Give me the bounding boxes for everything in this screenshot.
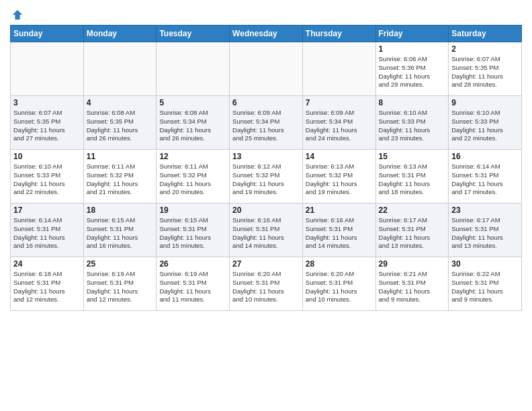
day-info: Sunrise: 6:16 AM Sunset: 5:31 PM Dayligh… — [232, 216, 300, 250]
calendar-table: SundayMondayTuesdayWednesdayThursdayFrid… — [10, 25, 522, 311]
day-info: Sunrise: 6:09 AM Sunset: 5:34 PM Dayligh… — [306, 109, 373, 143]
column-header-sunday: Sunday — [11, 26, 84, 42]
calendar-day-cell — [157, 42, 230, 96]
day-info: Sunrise: 6:19 AM Sunset: 5:31 PM Dayligh… — [87, 270, 154, 304]
calendar-day-cell: 22Sunrise: 6:17 AM Sunset: 5:31 PM Dayli… — [375, 203, 449, 257]
day-number: 8 — [379, 98, 446, 107]
day-info: Sunrise: 6:10 AM Sunset: 5:33 PM Dayligh… — [379, 109, 446, 143]
calendar-day-cell — [11, 42, 84, 96]
day-number: 15 — [379, 152, 446, 161]
calendar-week-row: 17Sunrise: 6:14 AM Sunset: 5:31 PM Dayli… — [11, 203, 522, 257]
calendar-day-cell: 14Sunrise: 6:13 AM Sunset: 5:32 PM Dayli… — [302, 150, 375, 203]
calendar-day-cell: 16Sunrise: 6:14 AM Sunset: 5:31 PM Dayli… — [449, 150, 522, 203]
day-info: Sunrise: 6:06 AM Sunset: 5:36 PM Dayligh… — [379, 55, 446, 89]
calendar-week-row: 3Sunrise: 6:07 AM Sunset: 5:35 PM Daylig… — [11, 96, 522, 150]
column-header-thursday: Thursday — [302, 26, 375, 42]
calendar-day-cell: 1Sunrise: 6:06 AM Sunset: 5:36 PM Daylig… — [375, 42, 449, 96]
day-number: 3 — [13, 98, 81, 107]
day-info: Sunrise: 6:17 AM Sunset: 5:31 PM Dayligh… — [451, 216, 519, 250]
day-info: Sunrise: 6:07 AM Sunset: 5:35 PM Dayligh… — [451, 55, 519, 89]
day-info: Sunrise: 6:13 AM Sunset: 5:31 PM Dayligh… — [379, 163, 446, 197]
calendar-day-cell: 6Sunrise: 6:09 AM Sunset: 5:34 PM Daylig… — [230, 96, 303, 150]
day-info: Sunrise: 6:14 AM Sunset: 5:31 PM Dayligh… — [451, 163, 519, 197]
day-number: 18 — [87, 205, 154, 215]
day-number: 10 — [13, 152, 81, 161]
column-header-monday: Monday — [83, 26, 157, 42]
day-number: 13 — [232, 152, 300, 161]
day-number: 26 — [159, 259, 226, 269]
column-header-friday: Friday — [375, 26, 449, 42]
day-info: Sunrise: 6:22 AM Sunset: 5:31 PM Dayligh… — [451, 270, 519, 304]
day-number: 28 — [306, 259, 373, 269]
day-info: Sunrise: 6:15 AM Sunset: 5:31 PM Dayligh… — [159, 216, 226, 250]
calendar-day-cell: 7Sunrise: 6:09 AM Sunset: 5:34 PM Daylig… — [302, 96, 375, 150]
calendar-day-cell: 20Sunrise: 6:16 AM Sunset: 5:31 PM Dayli… — [230, 203, 303, 257]
calendar-day-cell — [302, 42, 375, 96]
calendar-day-cell: 29Sunrise: 6:21 AM Sunset: 5:31 PM Dayli… — [375, 257, 449, 311]
calendar-day-cell: 5Sunrise: 6:08 AM Sunset: 5:34 PM Daylig… — [157, 96, 230, 150]
calendar-day-cell: 17Sunrise: 6:14 AM Sunset: 5:31 PM Dayli… — [11, 203, 84, 257]
day-number: 17 — [13, 205, 81, 215]
day-number: 27 — [232, 259, 300, 269]
day-info: Sunrise: 6:19 AM Sunset: 5:31 PM Dayligh… — [159, 270, 226, 304]
calendar-week-row: 1Sunrise: 6:06 AM Sunset: 5:36 PM Daylig… — [11, 42, 522, 96]
column-header-saturday: Saturday — [449, 26, 522, 42]
day-number: 6 — [232, 98, 300, 107]
day-number: 14 — [306, 152, 373, 161]
calendar-day-cell: 3Sunrise: 6:07 AM Sunset: 5:35 PM Daylig… — [11, 96, 84, 150]
svg-marker-0 — [13, 10, 22, 19]
calendar-day-cell: 23Sunrise: 6:17 AM Sunset: 5:31 PM Dayli… — [449, 203, 522, 257]
calendar-day-cell: 18Sunrise: 6:15 AM Sunset: 5:31 PM Dayli… — [83, 203, 157, 257]
day-info: Sunrise: 6:08 AM Sunset: 5:35 PM Dayligh… — [87, 109, 154, 143]
page-header — [10, 7, 522, 21]
day-info: Sunrise: 6:10 AM Sunset: 5:33 PM Dayligh… — [13, 163, 81, 197]
column-header-tuesday: Tuesday — [157, 26, 230, 42]
day-number: 24 — [13, 259, 81, 269]
day-number: 11 — [87, 152, 154, 161]
day-info: Sunrise: 6:13 AM Sunset: 5:32 PM Dayligh… — [306, 163, 373, 197]
day-info: Sunrise: 6:11 AM Sunset: 5:32 PM Dayligh… — [87, 163, 154, 197]
day-info: Sunrise: 6:15 AM Sunset: 5:31 PM Dayligh… — [87, 216, 154, 250]
day-info: Sunrise: 6:07 AM Sunset: 5:35 PM Dayligh… — [13, 109, 81, 143]
calendar-day-cell: 10Sunrise: 6:10 AM Sunset: 5:33 PM Dayli… — [11, 150, 84, 203]
day-number: 1 — [379, 44, 446, 54]
calendar-header-row: SundayMondayTuesdayWednesdayThursdayFrid… — [11, 26, 522, 42]
day-number: 20 — [232, 205, 300, 215]
day-info: Sunrise: 6:10 AM Sunset: 5:33 PM Dayligh… — [451, 109, 519, 143]
calendar-day-cell: 21Sunrise: 6:16 AM Sunset: 5:31 PM Dayli… — [302, 203, 375, 257]
day-number: 9 — [451, 98, 519, 107]
calendar-day-cell: 13Sunrise: 6:12 AM Sunset: 5:32 PM Dayli… — [230, 150, 303, 203]
calendar-day-cell: 19Sunrise: 6:15 AM Sunset: 5:31 PM Dayli… — [157, 203, 230, 257]
day-number: 7 — [306, 98, 373, 107]
day-info: Sunrise: 6:20 AM Sunset: 5:31 PM Dayligh… — [306, 270, 373, 304]
day-number: 4 — [87, 98, 154, 107]
day-info: Sunrise: 6:14 AM Sunset: 5:31 PM Dayligh… — [13, 216, 81, 250]
calendar-day-cell: 2Sunrise: 6:07 AM Sunset: 5:35 PM Daylig… — [449, 42, 522, 96]
day-number: 19 — [159, 205, 226, 215]
calendar-day-cell: 12Sunrise: 6:11 AM Sunset: 5:32 PM Dayli… — [157, 150, 230, 203]
logo-icon — [11, 9, 24, 21]
logo — [10, 10, 24, 21]
day-number: 2 — [451, 44, 519, 54]
day-number: 5 — [159, 98, 226, 107]
calendar-week-row: 24Sunrise: 6:18 AM Sunset: 5:31 PM Dayli… — [11, 257, 522, 311]
calendar-day-cell: 11Sunrise: 6:11 AM Sunset: 5:32 PM Dayli… — [83, 150, 157, 203]
calendar-day-cell — [230, 42, 303, 96]
calendar-day-cell: 15Sunrise: 6:13 AM Sunset: 5:31 PM Dayli… — [375, 150, 449, 203]
calendar-day-cell — [83, 42, 157, 96]
day-info: Sunrise: 6:18 AM Sunset: 5:31 PM Dayligh… — [13, 270, 81, 304]
day-number: 22 — [379, 205, 446, 215]
day-number: 12 — [159, 152, 226, 161]
column-header-wednesday: Wednesday — [230, 26, 303, 42]
day-info: Sunrise: 6:09 AM Sunset: 5:34 PM Dayligh… — [232, 109, 300, 143]
day-info: Sunrise: 6:08 AM Sunset: 5:34 PM Dayligh… — [159, 109, 226, 143]
calendar-day-cell: 25Sunrise: 6:19 AM Sunset: 5:31 PM Dayli… — [83, 257, 157, 311]
day-info: Sunrise: 6:16 AM Sunset: 5:31 PM Dayligh… — [306, 216, 373, 250]
day-info: Sunrise: 6:17 AM Sunset: 5:31 PM Dayligh… — [379, 216, 446, 250]
day-info: Sunrise: 6:11 AM Sunset: 5:32 PM Dayligh… — [159, 163, 226, 197]
calendar-day-cell: 27Sunrise: 6:20 AM Sunset: 5:31 PM Dayli… — [230, 257, 303, 311]
day-info: Sunrise: 6:12 AM Sunset: 5:32 PM Dayligh… — [232, 163, 300, 197]
day-number: 21 — [306, 205, 373, 215]
calendar-day-cell: 26Sunrise: 6:19 AM Sunset: 5:31 PM Dayli… — [157, 257, 230, 311]
day-number: 25 — [87, 259, 154, 269]
